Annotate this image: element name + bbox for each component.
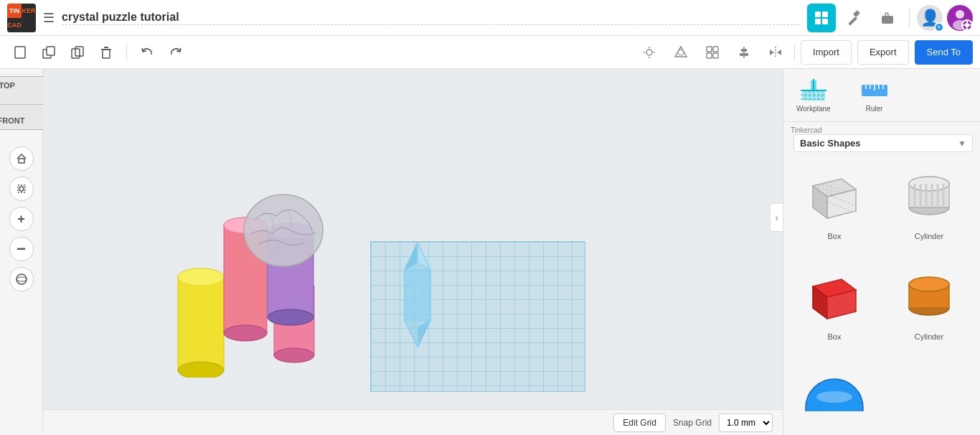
- delete-btn[interactable]: [93, 39, 119, 65]
- shape-item-box-red[interactable]: Box: [791, 264, 878, 357]
- grid-view-btn[interactable]: [807, 4, 836, 32]
- viewport[interactable]: Workplane: [43, 69, 783, 435]
- svg-rect-0: [815, 11, 821, 17]
- edit-grid-btn[interactable]: Edit Grid: [613, 413, 666, 432]
- shapes-category-selector[interactable]: Basic Shapes ▼: [793, 134, 973, 152]
- new-file-btn[interactable]: [7, 39, 33, 65]
- light-tool-btn[interactable]: [636, 39, 662, 65]
- toolbar-sep2: [794, 44, 795, 61]
- svg-rect-5: [853, 10, 860, 17]
- svg-point-12: [965, 23, 969, 27]
- svg-rect-34: [707, 53, 712, 58]
- shape-item-sphere-blue[interactable]: [791, 364, 878, 428]
- svg-point-44: [19, 187, 24, 191]
- svg-rect-42: [19, 159, 24, 163]
- view-front-label: FRONT: [0, 116, 24, 125]
- sep: [909, 7, 910, 29]
- shape-item-cyl-grey[interactable]: Cylinder: [885, 164, 973, 257]
- duplicate-btn[interactable]: [65, 39, 90, 65]
- workplane-label-text: Workplane: [796, 105, 831, 113]
- svg-rect-1: [822, 11, 828, 17]
- svg-point-67: [268, 309, 314, 325]
- svg-point-114: [909, 277, 949, 291]
- snap-grid-select[interactable]: 1.0 mm 0.5 mm 2.0 mm: [719, 413, 773, 432]
- group-tool-btn[interactable]: [699, 39, 725, 65]
- svg-rect-38: [740, 53, 748, 56]
- svg-point-45: [17, 274, 27, 284]
- svg-point-63: [274, 348, 314, 362]
- zoom-in-btn[interactable]: +: [9, 207, 34, 231]
- yellow-cylinder: [176, 263, 226, 378]
- svg-rect-15: [963, 24, 965, 26]
- shapes-grid: Box: [783, 156, 980, 435]
- svg-point-56: [178, 268, 224, 286]
- left-panel: TOP FRONT + −: [0, 69, 43, 435]
- svg-rect-22: [103, 50, 110, 58]
- shape-label-box-grey: Box: [828, 232, 842, 240]
- tinkercad-logo[interactable]: TIN KER CAD: [7, 4, 36, 32]
- panel-sep: [845, 78, 846, 113]
- svg-marker-40: [770, 50, 774, 55]
- svg-rect-19: [47, 47, 55, 55]
- svg-point-55: [178, 362, 224, 378]
- svg-point-116: [816, 391, 852, 403]
- shape-label-cyl-grey: Cylinder: [915, 232, 943, 240]
- logo-cell-tin: TIN: [7, 4, 22, 18]
- align-tool-btn[interactable]: [731, 39, 757, 65]
- import-btn[interactable]: Import: [801, 40, 852, 65]
- svg-rect-54: [178, 277, 224, 370]
- hammer-btn[interactable]: [840, 4, 869, 32]
- export-btn[interactable]: Export: [857, 40, 909, 65]
- shape-label-box-red: Box: [828, 332, 842, 341]
- bottom-bar: Edit Grid Snap Grid 1.0 mm 0.5 mm 2.0 mm: [43, 409, 783, 435]
- svg-point-59: [224, 325, 267, 341]
- ruler-tool-btn[interactable]: Ruler: [854, 75, 895, 116]
- svg-rect-17: [15, 47, 25, 58]
- menu-icon[interactable]: ☰: [43, 10, 55, 26]
- 3d-orbit-btn[interactable]: [9, 267, 34, 291]
- collapse-panel-btn[interactable]: ›: [770, 203, 783, 232]
- toolbar-separator: [126, 44, 127, 61]
- shapes-category-label: Basic Shapes: [800, 138, 861, 149]
- svg-point-31: [678, 50, 684, 55]
- svg-rect-13: [966, 21, 968, 23]
- svg-rect-16: [969, 24, 971, 26]
- dropdown-arrow-icon: ▼: [958, 139, 966, 149]
- crystal-shape: [395, 241, 441, 349]
- shape-tool-btn[interactable]: [668, 39, 694, 65]
- right-panel: Workplane Ruler Tinkercad Ba: [783, 69, 980, 435]
- zoom-out-btn[interactable]: −: [9, 237, 34, 261]
- redo-btn[interactable]: [163, 39, 189, 65]
- view-cube-box[interactable]: TOP FRONT: [0, 76, 47, 130]
- undo-btn[interactable]: [134, 39, 160, 65]
- fit-view-btn[interactable]: [9, 177, 34, 201]
- mirror-tool-btn[interactable]: [763, 39, 788, 65]
- logo-cell-empty: [22, 18, 36, 32]
- view-cube-divider: [0, 104, 46, 105]
- svg-rect-35: [713, 53, 718, 58]
- user-avatar[interactable]: [947, 5, 973, 31]
- logo-cell-ker: KER: [22, 4, 36, 18]
- shapes-header: Tinkercad Basic Shapes ▼: [783, 122, 980, 156]
- copy-btn[interactable]: [36, 39, 62, 65]
- svg-rect-3: [822, 19, 828, 24]
- view-top-label: TOP: [0, 81, 15, 90]
- home-view-btn[interactable]: [9, 146, 34, 171]
- add-user-btn[interactable]: 👤 +: [917, 5, 943, 31]
- shape-item-cyl-orange[interactable]: Cylinder: [885, 264, 973, 357]
- svg-marker-41: [777, 50, 781, 55]
- shape-item-box-grey[interactable]: Box: [791, 164, 878, 257]
- svg-rect-33: [713, 47, 718, 52]
- project-title[interactable]: crystal puzzle tutorial: [62, 11, 800, 25]
- svg-point-8: [956, 10, 964, 19]
- send-to-btn[interactable]: Send To: [915, 40, 973, 65]
- ruler-label-text: Ruler: [866, 105, 883, 113]
- svg-rect-32: [707, 47, 712, 52]
- snap-grid-label: Snap Grid: [673, 418, 712, 428]
- svg-point-69: [244, 195, 323, 266]
- briefcase-btn[interactable]: [873, 4, 902, 32]
- workplane-tool-btn[interactable]: Workplane: [791, 75, 837, 116]
- svg-point-46: [17, 277, 27, 281]
- logo-cell-cad: CAD: [7, 18, 22, 32]
- rock-shape: [240, 191, 326, 270]
